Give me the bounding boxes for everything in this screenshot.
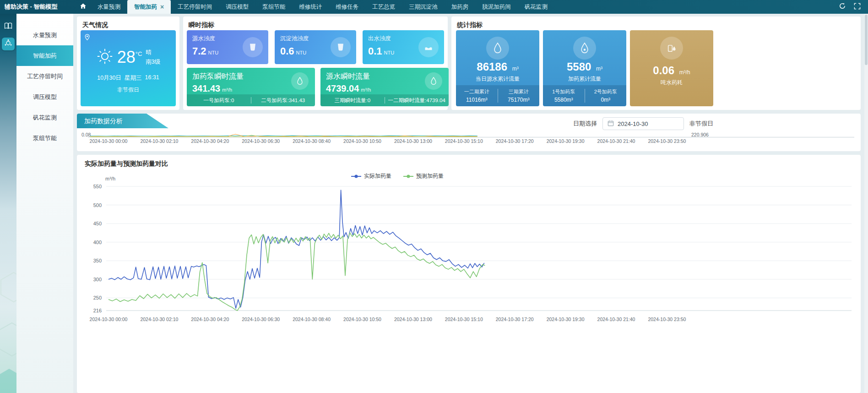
tab-floc-monitor[interactable]: 矾花监测 <box>518 0 554 14</box>
svg-text:2024-10-30 00:00: 2024-10-30 00:00 <box>90 317 128 322</box>
chemical-drop-icon <box>660 37 683 60</box>
tab-dosing-room[interactable]: 加药房 <box>445 0 476 14</box>
overview-strip-svg: 0.08220.9062024-10-30 00:002024-10-30 02… <box>81 131 855 151</box>
effluent-turbidity-card: 出水浊度 0.1NTU <box>363 30 444 64</box>
water-drop-icon <box>291 72 309 90</box>
beaker-icon <box>243 37 263 57</box>
svg-text:2024-10-30 00:00: 2024-10-30 00:00 <box>90 138 128 144</box>
tab-water-volume-forecast[interactable]: 水量预测 <box>91 0 127 14</box>
location-pin-icon <box>84 34 90 43</box>
stat-value: 5580 m³ <box>543 60 626 73</box>
legend-label: 预测加药量 <box>416 172 444 180</box>
water-drop-icon <box>425 72 442 90</box>
wind-text: 南3级 <box>146 58 160 66</box>
legend-predicted-dosing[interactable]: 预测加药量 <box>403 172 444 180</box>
flow-card-footer: 三期瞬时流量:0 一二期瞬时流量:4739.04 <box>320 94 449 106</box>
smart-model-nav-button[interactable] <box>2 38 15 50</box>
sidebar-item-water-volume-forecast[interactable]: 水量预测 <box>16 25 73 45</box>
tab-bar: 水量预测 智能加药 × 工艺停留时间 调压模型 泵组节能 维修统计 维修任务 工… <box>91 0 554 14</box>
raw-water-total-card: 86186 m³ 当日源水累计流量 一二期累计11016m³ 三期累计75170… <box>456 30 539 106</box>
svg-text:400: 400 <box>93 240 102 245</box>
svg-text:2024-10-30 04:20: 2024-10-30 04:20 <box>191 138 229 144</box>
svg-text:350: 350 <box>93 258 102 263</box>
calendar-icon <box>608 120 614 128</box>
tab-process-overview[interactable]: 工艺总览 <box>365 0 402 14</box>
svg-text:2024-10-30 21:40: 2024-10-30 21:40 <box>597 317 635 322</box>
tab-label: 调压模型 <box>226 3 249 11</box>
svg-text:0.08: 0.08 <box>81 132 91 137</box>
sidebar-item-process-retention-time[interactable]: 工艺停留时间 <box>16 66 73 87</box>
svg-text:2024-10-30 06:30: 2024-10-30 06:30 <box>242 317 280 322</box>
sidebar-item-floc-monitor[interactable]: 矾花监测 <box>16 107 73 128</box>
tab-sludge-dosing-room[interactable]: 脱泥加药间 <box>475 0 518 14</box>
stat-value: 86186 m³ <box>456 60 539 73</box>
app-title: 辅助决策 - 智能模型 <box>0 0 75 14</box>
chemical-consumption-card: 0.06 m³/h 吨水药耗 <box>630 30 713 106</box>
side-menu: 水量预测 智能加药 工艺停留时间 调压模型 矾花监测 泵组节能 <box>16 14 73 393</box>
open-book-icon <box>4 22 12 31</box>
scrollbar-track[interactable] <box>864 14 868 393</box>
tab-maintenance-tasks[interactable]: 维修任务 <box>329 0 365 14</box>
tab-smart-dosing[interactable]: 智能加药 × <box>127 0 171 14</box>
svg-text:550: 550 <box>93 184 102 189</box>
tab-label: 脱泥加药间 <box>482 3 511 11</box>
sidebar-item-pressure-model[interactable]: 调压模型 <box>16 87 73 107</box>
weather-panel: 天气情况 28°C 晴 南3级 10月30日星期三16:31 非节假日 <box>77 16 179 110</box>
water-drop-icon <box>573 37 596 60</box>
date-picker-input[interactable]: 2024-10-30 <box>602 117 684 130</box>
tab-phase3-sedimentation[interactable]: 三期沉淀池 <box>402 0 445 14</box>
tab-process-retention-time[interactable]: 工艺停留时间 <box>171 0 219 14</box>
statistics-panel: 统计指标 86186 m³ 当日源水累计流量 一二期累计11016m³ 三期累计… <box>451 16 861 110</box>
tab-label: 维修任务 <box>336 3 358 11</box>
tab-maintenance-stats[interactable]: 维修统计 <box>292 0 329 14</box>
weather-condition: 晴 南3级 <box>146 49 160 66</box>
svg-text:2024-10-30 06:30: 2024-10-30 06:30 <box>242 138 280 144</box>
weather-panel-title: 天气情况 <box>77 16 179 29</box>
legend-actual-dosing[interactable]: 实际加药量 <box>351 172 391 180</box>
dosing-total-card: 5580 m³ 加药累计流量 1号加药泵5580m³ 2号加药泵0m³ <box>543 30 626 106</box>
tab-pressure-model[interactable]: 调压模型 <box>219 0 255 14</box>
svg-text:250: 250 <box>93 295 102 300</box>
chart-title: 实际加药量与预测加药量对比 <box>77 155 861 168</box>
dosing-chart-svg: 2162503003504004505005502024-10-30 00:00… <box>77 182 861 325</box>
instant-panel-title: 瞬时指标 <box>183 16 448 29</box>
stat-card-footer: 1号加药泵5580m³ 2号加药泵0m³ <box>543 85 626 106</box>
temperature: 28°C <box>117 49 142 66</box>
svg-text:2024-10-30 08:40: 2024-10-30 08:40 <box>293 138 331 144</box>
tab-pump-energy[interactable]: 泵组节能 <box>255 0 292 14</box>
weather-date-line: 10月30日星期三16:31 <box>81 74 176 82</box>
weather-main: 28°C 晴 南3级 <box>81 48 176 67</box>
holiday-status: 非节假日 <box>689 120 713 128</box>
home-icon <box>80 3 87 11</box>
tab-label: 智能加药 <box>134 3 157 11</box>
tab-label: 泵组节能 <box>262 3 285 11</box>
svg-text:2024-10-30 15:10: 2024-10-30 15:10 <box>445 317 483 322</box>
statistics-panel-title: 统计指标 <box>451 16 861 29</box>
svg-text:2024-10-30 17:20: 2024-10-30 17:20 <box>496 317 534 322</box>
home-button[interactable] <box>75 0 91 14</box>
sidebar-item-smart-dosing[interactable]: 智能加药 <box>16 45 73 66</box>
knowledge-base-button[interactable] <box>2 20 15 33</box>
scrollbar-thumb[interactable] <box>865 15 868 65</box>
legend-marker <box>351 176 361 177</box>
stat-card-footer: 一二期累计11016m³ 三期累计75170m³ <box>456 85 539 106</box>
svg-text:2024-10-30 15:10: 2024-10-30 15:10 <box>445 138 483 144</box>
tab-label: 矾花监测 <box>525 3 548 11</box>
tab-close-icon[interactable]: × <box>160 4 164 10</box>
tab-label: 三期沉淀池 <box>409 3 438 11</box>
svg-text:2024-10-30 23:50: 2024-10-30 23:50 <box>648 138 686 144</box>
raw-water-flow-card: 源水瞬时流量 4739.04m³/h 三期瞬时流量:0 一二期瞬时流量:4739… <box>320 68 449 106</box>
refresh-button[interactable] <box>837 1 848 12</box>
svg-text:216: 216 <box>93 308 102 313</box>
chart-legend: 实际加药量 预测加药量 <box>77 172 718 180</box>
left-rail <box>0 14 16 393</box>
legend-marker <box>403 176 413 177</box>
date-value: 2024-10-30 <box>618 120 648 127</box>
fullscreen-button[interactable] <box>852 1 863 12</box>
instant-indicators-panel: 瞬时指标 源水浊度 7.2NTU 沉淀池浊度 0.6NTU 出水浊度 0.1NT… <box>183 16 448 110</box>
sidebar-item-pump-energy[interactable]: 泵组节能 <box>16 128 73 148</box>
tab-label: 维修统计 <box>299 3 322 11</box>
sun-icon <box>96 48 114 67</box>
svg-text:2024-10-30 13:00: 2024-10-30 13:00 <box>394 317 432 322</box>
sedimentation-turbidity-card: 沉淀池浊度 0.6NTU <box>275 30 356 64</box>
